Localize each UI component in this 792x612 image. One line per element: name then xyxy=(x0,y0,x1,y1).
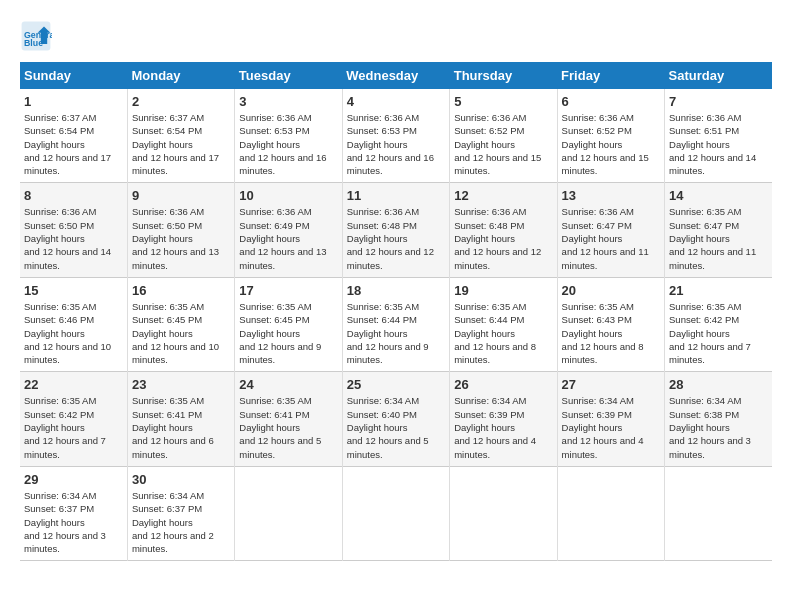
day-info: Sunrise: 6:36 AMSunset: 6:53 PMDaylight … xyxy=(239,111,337,177)
week-row-3: 15Sunrise: 6:35 AMSunset: 6:46 PMDayligh… xyxy=(20,277,772,371)
day-info: Sunrise: 6:36 AMSunset: 6:50 PMDaylight … xyxy=(132,205,230,271)
day-number: 15 xyxy=(24,283,123,298)
day-info: Sunrise: 6:34 AMSunset: 6:38 PMDaylight … xyxy=(669,394,768,460)
day-info: Sunrise: 6:35 AMSunset: 6:41 PMDaylight … xyxy=(132,394,230,460)
calendar-cell: 5Sunrise: 6:36 AMSunset: 6:52 PMDaylight… xyxy=(450,89,557,183)
day-info: Sunrise: 6:37 AMSunset: 6:54 PMDaylight … xyxy=(24,111,123,177)
col-header-sunday: Sunday xyxy=(20,62,127,89)
day-info: Sunrise: 6:34 AMSunset: 6:39 PMDaylight … xyxy=(454,394,552,460)
day-number: 6 xyxy=(562,94,660,109)
day-info: Sunrise: 6:34 AMSunset: 6:39 PMDaylight … xyxy=(562,394,660,460)
day-info: Sunrise: 6:35 AMSunset: 6:43 PMDaylight … xyxy=(562,300,660,366)
day-info: Sunrise: 6:36 AMSunset: 6:48 PMDaylight … xyxy=(454,205,552,271)
day-info: Sunrise: 6:35 AMSunset: 6:44 PMDaylight … xyxy=(347,300,445,366)
day-number: 9 xyxy=(132,188,230,203)
calendar-cell xyxy=(665,466,772,560)
calendar-cell: 23Sunrise: 6:35 AMSunset: 6:41 PMDayligh… xyxy=(127,372,234,466)
day-info: Sunrise: 6:34 AMSunset: 6:37 PMDaylight … xyxy=(132,489,230,555)
day-info: Sunrise: 6:36 AMSunset: 6:53 PMDaylight … xyxy=(347,111,445,177)
day-number: 8 xyxy=(24,188,123,203)
day-number: 1 xyxy=(24,94,123,109)
day-info: Sunrise: 6:35 AMSunset: 6:45 PMDaylight … xyxy=(132,300,230,366)
day-info: Sunrise: 6:36 AMSunset: 6:51 PMDaylight … xyxy=(669,111,768,177)
calendar-cell: 24Sunrise: 6:35 AMSunset: 6:41 PMDayligh… xyxy=(235,372,342,466)
week-row-5: 29Sunrise: 6:34 AMSunset: 6:37 PMDayligh… xyxy=(20,466,772,560)
calendar-cell: 13Sunrise: 6:36 AMSunset: 6:47 PMDayligh… xyxy=(557,183,664,277)
calendar-cell: 4Sunrise: 6:36 AMSunset: 6:53 PMDaylight… xyxy=(342,89,449,183)
day-info: Sunrise: 6:36 AMSunset: 6:47 PMDaylight … xyxy=(562,205,660,271)
day-info: Sunrise: 6:35 AMSunset: 6:44 PMDaylight … xyxy=(454,300,552,366)
col-header-friday: Friday xyxy=(557,62,664,89)
day-number: 18 xyxy=(347,283,445,298)
calendar-cell: 6Sunrise: 6:36 AMSunset: 6:52 PMDaylight… xyxy=(557,89,664,183)
svg-text:Blue: Blue xyxy=(24,38,43,48)
calendar-table: SundayMondayTuesdayWednesdayThursdayFrid… xyxy=(20,62,772,561)
day-info: Sunrise: 6:34 AMSunset: 6:40 PMDaylight … xyxy=(347,394,445,460)
logo-icon: General Blue xyxy=(20,20,52,52)
day-number: 5 xyxy=(454,94,552,109)
day-info: Sunrise: 6:34 AMSunset: 6:37 PMDaylight … xyxy=(24,489,123,555)
day-info: Sunrise: 6:36 AMSunset: 6:52 PMDaylight … xyxy=(562,111,660,177)
calendar-cell: 27Sunrise: 6:34 AMSunset: 6:39 PMDayligh… xyxy=(557,372,664,466)
calendar-cell: 28Sunrise: 6:34 AMSunset: 6:38 PMDayligh… xyxy=(665,372,772,466)
day-number: 3 xyxy=(239,94,337,109)
day-number: 13 xyxy=(562,188,660,203)
day-info: Sunrise: 6:35 AMSunset: 6:47 PMDaylight … xyxy=(669,205,768,271)
calendar-cell: 30Sunrise: 6:34 AMSunset: 6:37 PMDayligh… xyxy=(127,466,234,560)
calendar-cell: 1Sunrise: 6:37 AMSunset: 6:54 PMDaylight… xyxy=(20,89,127,183)
page-header: General Blue xyxy=(20,20,772,52)
day-number: 11 xyxy=(347,188,445,203)
day-number: 2 xyxy=(132,94,230,109)
calendar-cell: 9Sunrise: 6:36 AMSunset: 6:50 PMDaylight… xyxy=(127,183,234,277)
day-number: 10 xyxy=(239,188,337,203)
calendar-cell: 26Sunrise: 6:34 AMSunset: 6:39 PMDayligh… xyxy=(450,372,557,466)
calendar-cell: 3Sunrise: 6:36 AMSunset: 6:53 PMDaylight… xyxy=(235,89,342,183)
calendar-cell xyxy=(557,466,664,560)
calendar-cell: 10Sunrise: 6:36 AMSunset: 6:49 PMDayligh… xyxy=(235,183,342,277)
day-number: 30 xyxy=(132,472,230,487)
calendar-cell xyxy=(450,466,557,560)
calendar-cell: 29Sunrise: 6:34 AMSunset: 6:37 PMDayligh… xyxy=(20,466,127,560)
day-number: 14 xyxy=(669,188,768,203)
calendar-cell: 16Sunrise: 6:35 AMSunset: 6:45 PMDayligh… xyxy=(127,277,234,371)
calendar-cell: 11Sunrise: 6:36 AMSunset: 6:48 PMDayligh… xyxy=(342,183,449,277)
day-number: 26 xyxy=(454,377,552,392)
calendar-cell: 18Sunrise: 6:35 AMSunset: 6:44 PMDayligh… xyxy=(342,277,449,371)
calendar-cell xyxy=(235,466,342,560)
logo: General Blue xyxy=(20,20,56,52)
col-header-tuesday: Tuesday xyxy=(235,62,342,89)
day-info: Sunrise: 6:35 AMSunset: 6:45 PMDaylight … xyxy=(239,300,337,366)
day-number: 22 xyxy=(24,377,123,392)
calendar-cell: 15Sunrise: 6:35 AMSunset: 6:46 PMDayligh… xyxy=(20,277,127,371)
day-number: 21 xyxy=(669,283,768,298)
day-number: 12 xyxy=(454,188,552,203)
day-number: 16 xyxy=(132,283,230,298)
day-number: 17 xyxy=(239,283,337,298)
day-number: 25 xyxy=(347,377,445,392)
day-info: Sunrise: 6:35 AMSunset: 6:42 PMDaylight … xyxy=(24,394,123,460)
col-header-wednesday: Wednesday xyxy=(342,62,449,89)
day-info: Sunrise: 6:35 AMSunset: 6:41 PMDaylight … xyxy=(239,394,337,460)
day-number: 27 xyxy=(562,377,660,392)
day-info: Sunrise: 6:36 AMSunset: 6:49 PMDaylight … xyxy=(239,205,337,271)
day-number: 7 xyxy=(669,94,768,109)
day-info: Sunrise: 6:37 AMSunset: 6:54 PMDaylight … xyxy=(132,111,230,177)
day-number: 28 xyxy=(669,377,768,392)
day-number: 29 xyxy=(24,472,123,487)
col-header-saturday: Saturday xyxy=(665,62,772,89)
calendar-cell: 21Sunrise: 6:35 AMSunset: 6:42 PMDayligh… xyxy=(665,277,772,371)
calendar-cell: 2Sunrise: 6:37 AMSunset: 6:54 PMDaylight… xyxy=(127,89,234,183)
week-row-2: 8Sunrise: 6:36 AMSunset: 6:50 PMDaylight… xyxy=(20,183,772,277)
day-info: Sunrise: 6:36 AMSunset: 6:50 PMDaylight … xyxy=(24,205,123,271)
day-number: 23 xyxy=(132,377,230,392)
day-number: 19 xyxy=(454,283,552,298)
calendar-cell: 19Sunrise: 6:35 AMSunset: 6:44 PMDayligh… xyxy=(450,277,557,371)
day-number: 20 xyxy=(562,283,660,298)
col-header-thursday: Thursday xyxy=(450,62,557,89)
day-info: Sunrise: 6:35 AMSunset: 6:42 PMDaylight … xyxy=(669,300,768,366)
calendar-cell: 25Sunrise: 6:34 AMSunset: 6:40 PMDayligh… xyxy=(342,372,449,466)
day-info: Sunrise: 6:36 AMSunset: 6:48 PMDaylight … xyxy=(347,205,445,271)
calendar-cell: 14Sunrise: 6:35 AMSunset: 6:47 PMDayligh… xyxy=(665,183,772,277)
calendar-cell: 8Sunrise: 6:36 AMSunset: 6:50 PMDaylight… xyxy=(20,183,127,277)
week-row-4: 22Sunrise: 6:35 AMSunset: 6:42 PMDayligh… xyxy=(20,372,772,466)
